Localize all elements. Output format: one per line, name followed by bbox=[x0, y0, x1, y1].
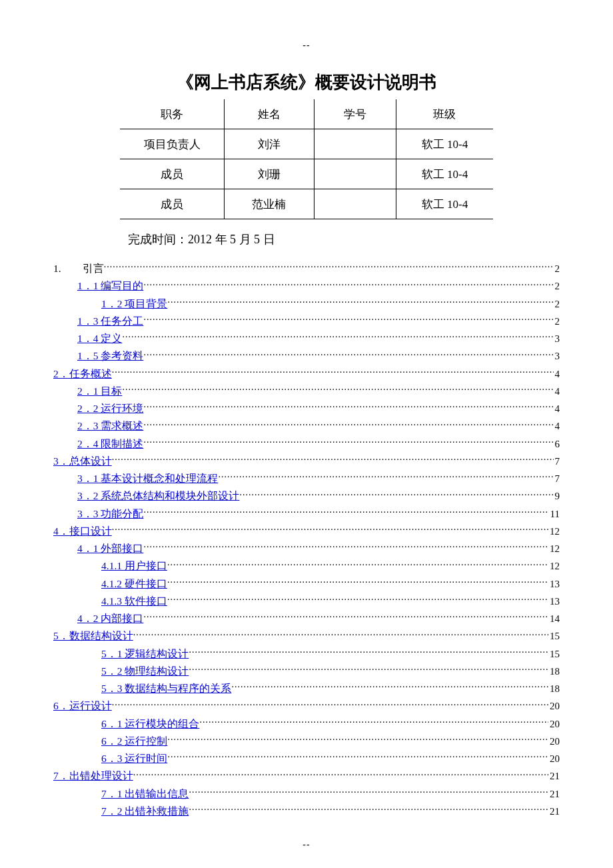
toc-page-number: 20 bbox=[548, 717, 560, 732]
footer-dashes: -- bbox=[53, 839, 560, 850]
toc-label-wrap: 6．3 运行时间 bbox=[101, 751, 167, 767]
toc-row: 4．1 外部接口12 bbox=[53, 541, 560, 557]
table-row: 成员 范业楠 软工 10-4 bbox=[120, 189, 493, 219]
th-name: 姓名 bbox=[225, 99, 314, 129]
info-table: 职务 姓名 学号 班级 项目负责人 刘洋 软工 10-4 成员 刘珊 软工 10… bbox=[120, 99, 493, 219]
toc-link[interactable]: 5．数据结构设计 bbox=[53, 630, 133, 641]
cell-id bbox=[314, 159, 396, 189]
toc-label-wrap: 1．2 项目背景 bbox=[101, 296, 167, 312]
toc-leader bbox=[167, 577, 548, 587]
toc-link[interactable]: 7．1 出错输出信息 bbox=[101, 788, 189, 799]
toc-page-number: 21 bbox=[548, 769, 560, 784]
toc-link[interactable]: 1．1 编写目的 bbox=[77, 280, 143, 291]
toc-label-wrap: 3．1 基本设计概念和处理流程 bbox=[77, 471, 218, 487]
toc-link[interactable]: 2．任务概述 bbox=[53, 368, 112, 379]
toc-leader bbox=[112, 367, 554, 377]
toc-link[interactable]: 4.1.2 硬件接口 bbox=[101, 578, 167, 589]
toc-link[interactable]: 2．3 需求概述 bbox=[77, 420, 143, 431]
toc-link[interactable]: 1．4 定义 bbox=[77, 333, 122, 344]
toc-row: 4．2 内部接口14 bbox=[53, 611, 560, 627]
toc-link[interactable]: 7．出错处理设计 bbox=[53, 770, 133, 781]
toc-link[interactable]: 1．5 参考资料 bbox=[77, 350, 143, 361]
toc-label-wrap: 7．出错处理设计 bbox=[53, 768, 133, 784]
toc-row: 6．运行设计20 bbox=[53, 698, 560, 714]
toc-link[interactable]: 3．3 功能分配 bbox=[77, 508, 143, 519]
toc-label-wrap: 5．2 物理结构设计 bbox=[101, 663, 189, 679]
cell-id bbox=[314, 189, 396, 219]
toc-row: 1．3 任务分工2 bbox=[53, 313, 560, 329]
toc-leader bbox=[143, 542, 548, 553]
toc-page-number: 20 bbox=[548, 751, 560, 767]
toc-link[interactable]: 5．3 数据结构与程序的关系 bbox=[101, 683, 231, 694]
toc-label-wrap: 3．2 系统总体结构和模块外部设计 bbox=[77, 488, 239, 504]
toc-page-number: 20 bbox=[548, 734, 560, 749]
toc-link[interactable]: 6．运行设计 bbox=[53, 700, 112, 711]
toc-link[interactable]: 2．2 运行环境 bbox=[77, 403, 143, 414]
toc-link[interactable]: 3．总体设计 bbox=[53, 455, 112, 467]
toc-link[interactable]: 4．接口设计 bbox=[53, 525, 112, 537]
toc-leader bbox=[143, 612, 548, 623]
toc-link[interactable]: 3．2 系统总体结构和模块外部设计 bbox=[77, 490, 239, 501]
toc-label-wrap: 5．3 数据结构与程序的关系 bbox=[101, 681, 231, 697]
toc-link[interactable]: 2．4 限制描述 bbox=[77, 438, 143, 449]
toc-leader bbox=[143, 279, 553, 290]
toc-link[interactable]: 1．3 任务分工 bbox=[77, 315, 143, 327]
cell-name: 刘洋 bbox=[225, 129, 314, 159]
toc-label-wrap: 6．2 运行控制 bbox=[101, 733, 167, 749]
toc-link[interactable]: 5．1 逻辑结构设计 bbox=[101, 648, 189, 659]
toc-row: 1．4 定义3 bbox=[53, 331, 560, 347]
toc-page-number: 2 bbox=[554, 297, 560, 312]
th-class: 班级 bbox=[396, 99, 493, 129]
toc-link[interactable]: 6．2 运行控制 bbox=[101, 735, 167, 747]
completion-date: 完成时间：2012 年 5 月 5 日 bbox=[128, 231, 560, 247]
th-id: 学号 bbox=[314, 99, 396, 129]
toc-label-wrap: 1．4 定义 bbox=[77, 331, 122, 347]
cell-name: 刘珊 bbox=[225, 159, 314, 189]
toc-link[interactable]: 2．1 目标 bbox=[77, 385, 122, 397]
toc-label-wrap: 4.1.1 用户接口 bbox=[101, 558, 167, 574]
toc-page-number: 9 bbox=[554, 489, 560, 504]
toc-link[interactable]: 1．2 项目背景 bbox=[101, 298, 167, 309]
toc-link[interactable]: 5．2 物理结构设计 bbox=[101, 665, 189, 677]
toc-row: 6．3 运行时间20 bbox=[53, 751, 560, 767]
toc-label-wrap: 5．数据结构设计 bbox=[53, 628, 133, 644]
table-of-contents: 1. 引言21．1 编写目的21．2 项目背景21．3 任务分工21．4 定义3… bbox=[53, 261, 560, 819]
toc-leader bbox=[143, 419, 553, 430]
toc-leader bbox=[189, 787, 548, 797]
cell-name: 范业楠 bbox=[225, 189, 314, 219]
toc-label-wrap: 7．1 出错输出信息 bbox=[101, 786, 189, 802]
toc-link[interactable]: 6．3 运行时间 bbox=[101, 753, 167, 764]
toc-leader bbox=[112, 699, 548, 710]
toc-label-wrap: 2．3 需求概述 bbox=[77, 418, 143, 434]
toc-leader bbox=[189, 647, 548, 657]
toc-row: 6．1 运行模块的组合20 bbox=[53, 716, 560, 732]
toc-page-number: 12 bbox=[548, 559, 560, 574]
toc-label: 1. bbox=[53, 263, 61, 274]
toc-page-number: 2 bbox=[554, 279, 560, 294]
toc-page-number: 2 bbox=[554, 314, 560, 329]
toc-leader bbox=[167, 752, 548, 763]
toc-label-wrap: 3．3 功能分配 bbox=[77, 506, 143, 522]
toc-leader bbox=[104, 262, 554, 273]
toc-link[interactable]: 3．1 基本设计概念和处理流程 bbox=[77, 473, 218, 484]
toc-row: 5．数据结构设计15 bbox=[53, 628, 560, 644]
toc-link[interactable]: 4．2 内部接口 bbox=[77, 613, 143, 624]
toc-label-wrap: 1．1 编写目的 bbox=[77, 278, 143, 294]
toc-page-number: 18 bbox=[548, 664, 560, 679]
toc-link[interactable]: 4.1.3 软件接口 bbox=[101, 595, 167, 607]
toc-link[interactable]: 4．1 外部接口 bbox=[77, 543, 143, 554]
cell-class: 软工 10-4 bbox=[396, 129, 493, 159]
toc-page-number: 2 bbox=[554, 261, 560, 277]
toc-row: 5．1 逻辑结构设计15 bbox=[53, 646, 560, 662]
toc-link[interactable]: 7．2 出错补救措施 bbox=[101, 805, 189, 817]
toc-page-number: 4 bbox=[554, 367, 560, 382]
toc-label-wrap: 4．接口设计 bbox=[53, 523, 112, 539]
toc-leader bbox=[231, 682, 548, 693]
toc-row: 7．出错处理设计21 bbox=[53, 768, 560, 784]
toc-row: 2．3 需求概述4 bbox=[53, 418, 560, 434]
toc-page-number: 4 bbox=[554, 401, 560, 417]
toc-leader bbox=[167, 734, 548, 745]
toc-link[interactable]: 6．1 运行模块的组合 bbox=[101, 718, 199, 729]
toc-link[interactable]: 4.1.1 用户接口 bbox=[101, 560, 167, 571]
toc-row: 1．5 参考资料3 bbox=[53, 348, 560, 364]
